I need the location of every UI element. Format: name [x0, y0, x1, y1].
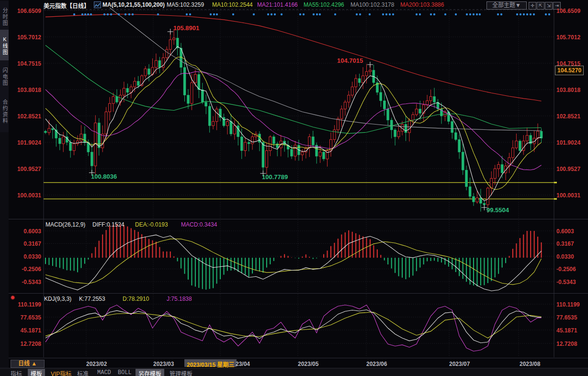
price-axis-right-4: 102.8521	[556, 113, 580, 120]
drawn-horizontal-lines[interactable]	[44, 182, 557, 199]
axis-right-icon[interactable]: ⇲	[545, 2, 553, 10]
chart-icon	[94, 1, 101, 8]
date-label-may: 2023/05	[298, 361, 318, 367]
axis-left-icon[interactable]: ⇱	[537, 2, 544, 10]
price-axis-left-2: 104.7515	[10, 60, 41, 67]
tab-templates[interactable]: 模板	[28, 369, 45, 376]
date-label-mar: 2023/03	[153, 361, 174, 367]
macd-axis-left-0: 0.6003	[10, 228, 41, 235]
period-selector[interactable]: 日线 ▲	[11, 360, 45, 368]
annotation-low-995: 99.5504	[486, 206, 509, 214]
chart-canvas[interactable]	[0, 0, 588, 376]
tab-save-template[interactable]: 另存模板	[136, 369, 164, 376]
date-label-aug: 2023/08	[520, 361, 540, 367]
annotation-low-1007: 100.7789	[262, 173, 288, 181]
ma10-line	[45, 57, 542, 190]
sidebar: 分时图 K线图 闪电图 合约资料	[0, 0, 9, 376]
trading-app-window: 分时图 K线图 闪电图 合约资料 美元指数【日线】 MA(5,10,21,55,…	[0, 0, 588, 376]
ma55-legend: MA55:102.4296	[304, 1, 344, 8]
price-axis-left-0: 106.6509	[10, 8, 41, 14]
price-axis-right-6: 100.9527	[556, 166, 580, 172]
macd-dea-value: DEA:-0.0193	[135, 221, 168, 228]
price-marker-badge: 104.5270	[555, 66, 584, 75]
macd-axis-left-1: 0.3167	[10, 240, 41, 247]
diff-line	[45, 235, 542, 291]
kdj-axis-right-0: 110.1199	[556, 301, 580, 308]
macd-macd-value: MACD:0.3434	[181, 221, 217, 228]
macd-axis-right-0: 0.6003	[556, 228, 574, 235]
sidebar-tab-contract-info[interactable]: 合约资料	[0, 91, 9, 132]
price-axis-left-3: 103.8018	[10, 87, 41, 93]
dea-line	[45, 239, 542, 285]
price-axis-right-5: 101.9024	[556, 139, 580, 146]
kdj-k-line	[45, 310, 542, 343]
kdj-axis-left-0: 110.1199	[10, 301, 41, 308]
theme-selector-button[interactable]: 全部主题▼	[486, 1, 527, 10]
macd-title: MACD(26,12,9)	[45, 221, 85, 228]
macd-axis-right-4: -0.5343	[556, 279, 576, 285]
ma10-legend: MA10:102.2544	[212, 1, 253, 8]
macd-axis-right-3: -0.2506	[556, 266, 576, 273]
price-axis-right-3: 103.8018	[556, 87, 580, 93]
kdj-axis-right-3: 12.7208	[556, 341, 577, 347]
period-arrow-icon: ▲	[31, 360, 37, 367]
date-label-feb: 2023/02	[86, 361, 107, 367]
price-axis-right-0: 106.6509	[556, 8, 580, 14]
ma200-legend: MA200:103.3886	[400, 1, 444, 8]
price-axis-left-6: 100.9527	[10, 166, 41, 172]
price-axis-right-7: 100.0031	[556, 192, 580, 199]
annotation-high-105: 105.8901	[173, 24, 199, 32]
tab-manage-templates[interactable]: 管理模板	[167, 369, 195, 376]
crosshair-date-tooltip: 2023/03/15 星期三	[184, 359, 237, 367]
sidebar-tab-kline-chart[interactable]: K线图	[0, 30, 9, 62]
tab-standard[interactable]: 标准	[74, 369, 91, 376]
price-axis-left-7: 100.0031	[10, 192, 41, 199]
ma5-legend: MA5:102.3259	[167, 1, 204, 8]
indicator-settings-icon[interactable]: ✹	[10, 294, 15, 301]
chart-title: 美元指数【日线】	[44, 1, 90, 10]
kdj-axis-right-1: 77.6535	[556, 314, 577, 321]
date-label-jun: 2023/06	[366, 361, 387, 367]
macd-diff-value: DIFF:0.1524	[92, 221, 124, 228]
price-axis-left-1: 105.7012	[10, 34, 41, 41]
sidebar-tab-lightning-chart[interactable]: 闪电图	[0, 60, 9, 93]
price-axis-left-4: 102.8521	[10, 113, 41, 120]
ma-params-label: MA(5,10,21,55,100,200)	[102, 1, 165, 8]
kdj-title: KDJ(9,3,3)	[44, 296, 71, 302]
macd-axis-right-1: 0.3167	[556, 240, 574, 247]
macd-axis-left-3: -0.2506	[10, 266, 41, 273]
annotation-low-1008: 100.8036	[91, 173, 117, 180]
annotation-high-104: 104.7015	[337, 57, 363, 64]
ma100-legend: MA100:102.3178	[351, 1, 394, 8]
tab-vip-indicators[interactable]: VIP指标	[48, 369, 74, 376]
kdj-j-value: J:75.1838	[167, 296, 192, 302]
kdj-axis-right-2: 45.1871	[556, 327, 577, 334]
kdj-axis-left-3: 12.7208	[10, 341, 41, 347]
kdj-axis-left-1: 77.6535	[10, 314, 41, 321]
macd-panel[interactable]	[45, 224, 542, 291]
sidebar-tab-time-chart[interactable]: 分时图	[0, 1, 9, 33]
date-label-jul: 2023/07	[449, 361, 470, 367]
period-label: 日线	[18, 360, 30, 367]
price-axis-left-5: 101.9024	[10, 139, 41, 146]
kdj-j-line	[45, 305, 542, 351]
date-label-apr: 23/04	[236, 361, 250, 367]
tab-macd[interactable]: MACD	[94, 369, 114, 376]
pan-icon[interactable]: ✛	[529, 2, 536, 10]
macd-axis-left-4: -0.5343	[10, 279, 41, 285]
ma21-legend: MA21:101.4166	[257, 1, 298, 8]
tab-indicators[interactable]: 指标	[8, 369, 25, 376]
kdj-d-line	[45, 312, 542, 338]
kdj-panel[interactable]	[45, 305, 542, 351]
kdj-axis-left-2: 45.1871	[10, 327, 41, 334]
kdj-k-value: K:77.2553	[79, 296, 105, 302]
macd-axis-right-2: 0.0330	[556, 253, 574, 260]
macd-axis-left-2: 0.0330	[10, 253, 41, 260]
ma200-line	[45, 14, 542, 101]
price-axis-right-1: 105.7012	[556, 34, 580, 41]
kdj-d-value: D:78.2910	[123, 296, 149, 302]
tab-boll[interactable]: BOLL	[115, 369, 135, 376]
